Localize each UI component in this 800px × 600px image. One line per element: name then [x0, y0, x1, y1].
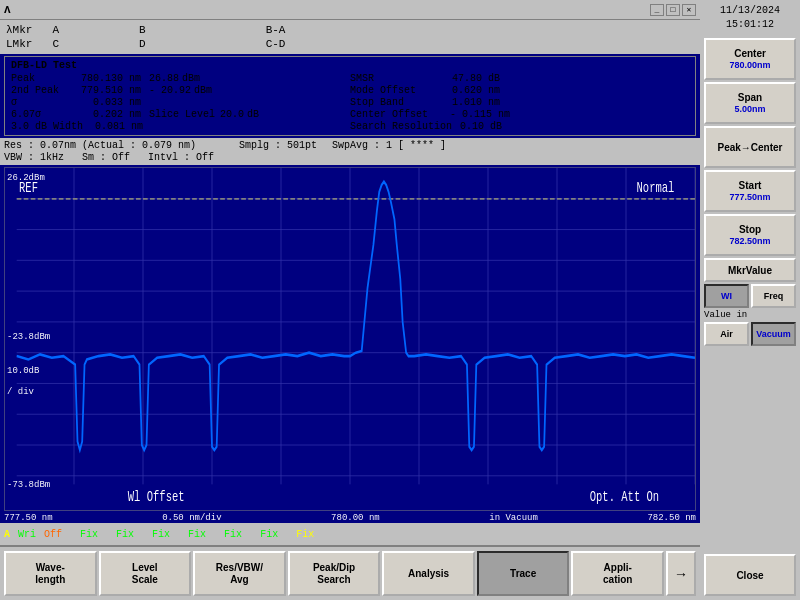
x-end-label: 782.50 nm	[647, 513, 696, 523]
dfb-right: SMSR 47.80 dB Mode Offset 0.620 nm Stop …	[350, 73, 689, 132]
center-label: Center	[734, 47, 766, 60]
six-sigma-label: 6.07σ	[11, 109, 81, 120]
close-button[interactable]: Close	[704, 554, 796, 596]
svg-text:Wl Offset: Wl Offset	[128, 489, 185, 507]
second-peak-power-unit: dBm	[194, 85, 212, 96]
res-value: Res : 0.07nm (Actual : 0.079 nm)	[4, 140, 214, 151]
application-button[interactable]: Appli-cation	[571, 551, 664, 596]
left-panel: Λ _ □ ✕ λMkr A B B-A LMkr C D C-D	[0, 0, 700, 600]
start-button[interactable]: Start 777.50nm	[704, 170, 796, 212]
l-mkr-label: LMkr	[6, 38, 32, 50]
six-sigma-value: 0.202 nm	[81, 109, 141, 120]
stop-button[interactable]: Stop 782.50nm	[704, 214, 796, 256]
markers-row-2: LMkr C D C-D	[6, 37, 694, 51]
peak-power-unit: dBm	[182, 73, 200, 84]
app-icon: Λ	[4, 4, 11, 16]
sigma-row: σ 0.033 nm	[11, 97, 350, 108]
mkr-value-label: MkrValue	[728, 264, 772, 277]
markers-row-1: λMkr A B B-A	[6, 23, 694, 37]
function-bar: Wave-length LevelScale Res/VBW/Avg Peak/…	[0, 545, 700, 600]
dfb-section: DFB-LD Test Peak 780.130 nm 26.88 dBm 2n…	[4, 56, 696, 136]
level-scale-button[interactable]: LevelScale	[99, 551, 192, 596]
fix-4: Fix	[188, 529, 206, 540]
close-button[interactable]: ✕	[682, 4, 696, 16]
value-in-row: Air Vacuum	[704, 322, 796, 346]
span-value: 5.00nm	[734, 104, 765, 116]
mode-offset-label: Mode Offset	[350, 85, 450, 96]
mkr-value-section: MkrValue WI Freq	[704, 258, 796, 308]
smsr-row: SMSR 47.80 dB	[350, 73, 689, 84]
second-peak-row: 2nd Peak 779.510 nm - 20.92 dBm	[11, 85, 350, 96]
c-minus-d-label: C-D	[266, 38, 286, 50]
smsr-label: SMSR	[350, 73, 450, 84]
l-mkr-c-value: C	[52, 38, 59, 50]
fix-3: Fix	[152, 529, 170, 540]
center-offset-value: - 0.115 nm	[450, 109, 510, 120]
slice-level-label: Slice Level	[149, 109, 215, 120]
smsr-value: 47.80 dB	[450, 73, 500, 84]
vbw-value: VBW : 1kHz Sm : Off Intvl : Off	[4, 152, 214, 163]
minimize-button[interactable]: _	[650, 4, 664, 16]
wri-indicator: Wri	[18, 529, 36, 540]
bottom-bar: A Wri Off Fix Fix Fix Fix Fix Fix Fix	[0, 523, 700, 545]
res-vbw-avg-button[interactable]: Res/VBW/Avg	[193, 551, 286, 596]
off-indicator: Off	[44, 529, 62, 540]
center-button[interactable]: Center 780.00nm	[704, 38, 796, 80]
peak-center-button[interactable]: Peak→Center	[704, 126, 796, 168]
y-scale-div-label: / div	[7, 387, 34, 397]
trace-a-indicator: A	[4, 529, 10, 540]
mkr-row: WI Freq	[704, 284, 796, 308]
chart-area: REF Normal Wl Offset Opt. Att On 26.2dBm…	[4, 167, 696, 511]
six-sigma-row: 6.07σ 0.202 nm Slice Level 20.0 dB	[11, 109, 350, 120]
time-display: 15:01:12	[704, 18, 796, 32]
wl-button[interactable]: WI	[704, 284, 749, 308]
svg-text:Opt. Att On: Opt. Att On	[590, 489, 659, 507]
db-width-value: 0.081 nm	[83, 121, 143, 132]
trace-button[interactable]: Trace	[477, 551, 570, 596]
x-center-label: 780.00 nm	[331, 513, 380, 523]
search-res-value: 0.10 dB	[452, 121, 502, 132]
title-bar: Λ _ □ ✕	[0, 0, 700, 20]
center-value: 780.00nm	[729, 60, 770, 72]
lambda-mkr-a-value: A	[52, 24, 59, 36]
mode-offset-row: Mode Offset 0.620 nm	[350, 85, 689, 96]
wavelength-button[interactable]: Wave-length	[4, 551, 97, 596]
peak-dip-search-button[interactable]: Peak/DipSearch	[288, 551, 381, 596]
mode-offset-value: 0.620 nm	[450, 85, 500, 96]
dfb-left: Peak 780.130 nm 26.88 dBm 2nd Peak 779.5…	[11, 73, 350, 132]
arrow-button[interactable]: →	[666, 551, 696, 596]
main-container: Λ _ □ ✕ λMkr A B B-A LMkr C D C-D	[0, 0, 800, 600]
freq-button[interactable]: Freq	[751, 284, 796, 308]
value-in-label: Value in	[704, 310, 796, 320]
y-scale-label: 10.0dB	[7, 366, 39, 376]
info-section: λMkr A B B-A LMkr C D C-D	[0, 20, 700, 54]
span-label: Span	[738, 91, 762, 104]
res-info: Res : 0.07nm (Actual : 0.079 nm) VBW : 1…	[4, 140, 214, 163]
slice-level-value: 20.0	[220, 109, 244, 120]
dfb-grid: Peak 780.130 nm 26.88 dBm 2nd Peak 779.5…	[11, 73, 689, 132]
span-button[interactable]: Span 5.00nm	[704, 82, 796, 124]
value-in-section: Value in Air Vacuum	[704, 310, 796, 346]
air-button[interactable]: Air	[704, 322, 749, 346]
analysis-button[interactable]: Analysis	[382, 551, 475, 596]
start-label: Start	[739, 179, 762, 192]
x-unit-label: in Vacuum	[489, 513, 538, 523]
swpavg-value: SwpAvg : 1 [ **** ]	[332, 140, 446, 163]
stop-band-label: Stop Band	[350, 97, 450, 108]
fix-5: Fix	[224, 529, 242, 540]
stop-band-value: 1.010 nm	[450, 97, 500, 108]
y-max-label: 26.2dBm	[7, 173, 45, 183]
peak-center-label: Peak→Center	[717, 141, 782, 154]
sigma-label: σ	[11, 97, 81, 108]
maximize-button[interactable]: □	[666, 4, 680, 16]
x-axis-labels: 777.50 nm 0.50 nm/div 780.00 nm in Vacuu…	[0, 513, 700, 523]
stop-label: Stop	[739, 223, 761, 236]
mkr-value-button[interactable]: MkrValue	[704, 258, 796, 282]
y-min-label: -73.8dBm	[7, 480, 50, 490]
lambda-mkr-label: λMkr	[6, 24, 32, 36]
res-row: Res : 0.07nm (Actual : 0.079 nm) VBW : 1…	[0, 138, 700, 165]
smplg-value: Smplg : 501pt	[239, 140, 317, 163]
right-panel: 11/13/2024 15:01:12 Center 780.00nm Span…	[700, 0, 800, 600]
vacuum-button[interactable]: Vacuum	[751, 322, 796, 346]
datetime: 11/13/2024 15:01:12	[704, 4, 796, 32]
